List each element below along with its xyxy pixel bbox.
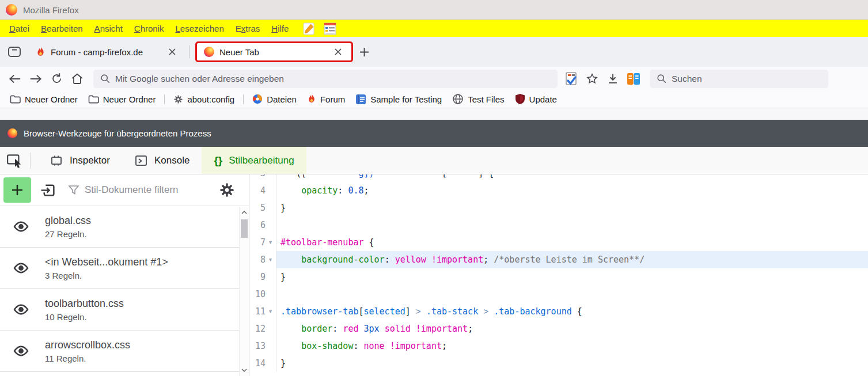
code-line-12[interactable]: 12 border: red 3px solid !important; — [249, 320, 868, 337]
home-button[interactable] — [67, 69, 88, 89]
code-text[interactable]: background-color: yellow !important; /*o… — [276, 251, 868, 268]
tab-neuer-tab[interactable]: Neuer Tab — [195, 41, 353, 62]
menu-item-ansicht[interactable]: Ansicht — [89, 24, 128, 33]
fold-toggle-icon[interactable]: ▾ — [266, 234, 275, 251]
stylesheet-item-toolbarbutton-css[interactable]: toolbarbutton.css10 Regeln. — [0, 289, 239, 331]
gutter: 3 — [249, 174, 276, 182]
code-line-7[interactable]: 7▾#toolbar-menubar { — [249, 234, 868, 251]
scrollbar-thumb[interactable] — [241, 219, 248, 238]
filter-stylesheets-input[interactable]: Stil-Dokumente filtern — [68, 184, 209, 196]
search-icon — [100, 74, 110, 83]
bookmark-page-button[interactable] — [582, 69, 602, 89]
line-number: 10 — [249, 286, 266, 303]
menu-item-extras[interactable]: Extras — [230, 24, 266, 33]
sidebar-scrollbar[interactable] — [239, 207, 249, 376]
code-lines: 3 ([ g]) [ ] {4 opacity: 0.8;5}67▾#toolb… — [249, 174, 868, 372]
devtools-tab-label: Konsole — [154, 155, 189, 166]
back-arrow-icon — [9, 73, 21, 85]
code-line-9[interactable]: 9} — [249, 268, 868, 286]
tab-bar: Forum - camp-firefox.de Neuer Tab — [0, 37, 868, 67]
menu-item-hilfe[interactable]: Hilfe — [266, 24, 294, 33]
scroll-down-icon[interactable] — [240, 366, 249, 375]
gutter: 11▾ — [249, 303, 276, 320]
code-text[interactable]: .tabbrowser-tab[selected] > .tab-stack >… — [276, 303, 868, 320]
bookmark-neuer-ordner[interactable]: Neuer Ordner — [83, 92, 161, 107]
tab-forum-camp-firefox[interactable]: Forum - camp-firefox.de — [29, 41, 185, 62]
bookmark-test-files[interactable]: Test Files — [447, 92, 509, 107]
gutter: 10 — [249, 286, 276, 303]
visibility-toggle-eye-icon[interactable] — [10, 221, 31, 233]
devtools-tab-konsole[interactable]: Konsole — [122, 147, 202, 174]
visibility-toggle-eye-icon[interactable] — [10, 345, 31, 357]
fold-toggle-icon — [266, 217, 275, 234]
code-text[interactable] — [276, 286, 868, 303]
code-line-6[interactable]: 6 — [249, 217, 868, 234]
stylesheet-item-in-webseit-okument-1[interactable]: <in Webseit...okument #1>3 Regeln. — [0, 248, 239, 289]
back-button[interactable] — [5, 69, 25, 89]
bookmark-sample-for-testing[interactable]: Sample for Testing — [350, 92, 447, 107]
stylesheet-item-global-css[interactable]: global.css27 Regeln. — [0, 206, 239, 248]
bookmark-dateien[interactable]: Dateien — [247, 92, 302, 107]
bookmark-forum[interactable]: Forum — [302, 92, 350, 107]
code-line-4[interactable]: 4 opacity: 0.8; — [249, 182, 868, 199]
code-line-8[interactable]: 8▾ background-color: yellow !important; … — [249, 251, 868, 268]
visibility-toggle-eye-icon[interactable] — [10, 303, 31, 316]
code-line-14[interactable]: 14} — [249, 355, 868, 372]
code-line-5[interactable]: 5} — [249, 199, 868, 217]
code-text[interactable]: ([ g]) [ ] { — [276, 174, 868, 182]
code-line-13[interactable]: 13 box-shadow: none !important; — [249, 337, 868, 355]
devtools-tab-stilbearbeitung[interactable]: {}Stilbearbeitung — [202, 147, 306, 174]
table-addon-icon[interactable] — [323, 22, 337, 36]
devtools-titlebar: Browser-Werkzeuge für übergeordneten Pro… — [0, 120, 868, 147]
code-text[interactable]: #toolbar-menubar { — [276, 234, 868, 251]
w3c-validator-icon — [564, 71, 578, 86]
menu-item-bearbeiten[interactable]: Bearbeiten — [35, 24, 89, 33]
code-line-3[interactable]: 3 ([ g]) [ ] { — [249, 174, 868, 182]
new-stylesheet-button[interactable] — [3, 177, 31, 203]
downloads-button[interactable] — [602, 69, 623, 89]
code-text[interactable]: } — [276, 355, 868, 372]
code-text[interactable]: opacity: 0.8; — [276, 182, 868, 199]
code-text[interactable] — [276, 217, 868, 234]
close-tab-icon[interactable] — [332, 45, 344, 58]
visibility-toggle-eye-icon[interactable] — [10, 262, 31, 274]
bookmark-neuer-ordner[interactable]: Neuer Ordner — [5, 92, 83, 107]
import-stylesheet-button[interactable] — [37, 180, 58, 200]
firefox-view-button[interactable] — [3, 41, 25, 63]
stylesheet-item-arrowscrollbox-css[interactable]: arrowscrollbox.css11 Regeln. — [0, 331, 239, 372]
fold-toggle-icon[interactable]: ▾ — [266, 251, 275, 268]
menu-item-datei[interactable]: Datei — [3, 24, 35, 33]
w3c-validator-extension-button[interactable] — [561, 69, 582, 89]
gutter: 5 — [249, 199, 276, 217]
search-bar[interactable]: Suchen — [650, 70, 828, 88]
code-line-10[interactable]: 10 — [249, 286, 868, 303]
forward-button[interactable] — [25, 69, 46, 89]
bookmark-about-config[interactable]: about:config — [168, 92, 240, 107]
code-text[interactable]: } — [276, 199, 868, 217]
code-text[interactable]: } — [276, 268, 868, 286]
devtools-tabs: InspektorKonsole{}Stilbearbeitung — [37, 147, 306, 174]
new-tab-button[interactable] — [353, 41, 375, 63]
code-line-11[interactable]: 11▾.tabbrowser-tab[selected] > .tab-stac… — [249, 303, 868, 320]
menu-item-lesezeichen[interactable]: Lesezeichen — [170, 24, 230, 33]
url-bar[interactable]: Mit Google suchen oder Adresse eingeben — [93, 70, 558, 88]
node-picker-button[interactable] — [0, 147, 30, 174]
firefox-logo-icon — [7, 128, 17, 138]
close-tab-icon[interactable] — [166, 45, 179, 58]
code-text[interactable]: border: red 3px solid !important; — [276, 320, 868, 337]
filter-funnel-icon — [68, 185, 79, 195]
bookmark-update[interactable]: Update — [510, 92, 562, 107]
menu-item-chronik[interactable]: Chronik — [128, 24, 170, 33]
fold-toggle-icon[interactable]: ▾ — [266, 303, 275, 320]
devtools-tab-inspektor[interactable]: Inspektor — [37, 147, 122, 174]
gear-icon — [173, 94, 183, 104]
code-text[interactable]: box-shadow: none !important; — [276, 337, 868, 355]
style-editor-options-button[interactable] — [215, 178, 238, 202]
reload-button[interactable] — [46, 69, 67, 89]
home-icon — [71, 73, 84, 85]
css-source-editor[interactable]: 3 ([ g]) [ ] {4 opacity: 0.8;5}67▾#toolb… — [249, 174, 868, 376]
tab-manager-extension-button[interactable] — [623, 69, 644, 89]
scroll-up-icon[interactable] — [240, 208, 249, 217]
notes-addon-icon[interactable] — [302, 22, 315, 36]
filter-placeholder: Stil-Dokumente filtern — [85, 184, 179, 196]
